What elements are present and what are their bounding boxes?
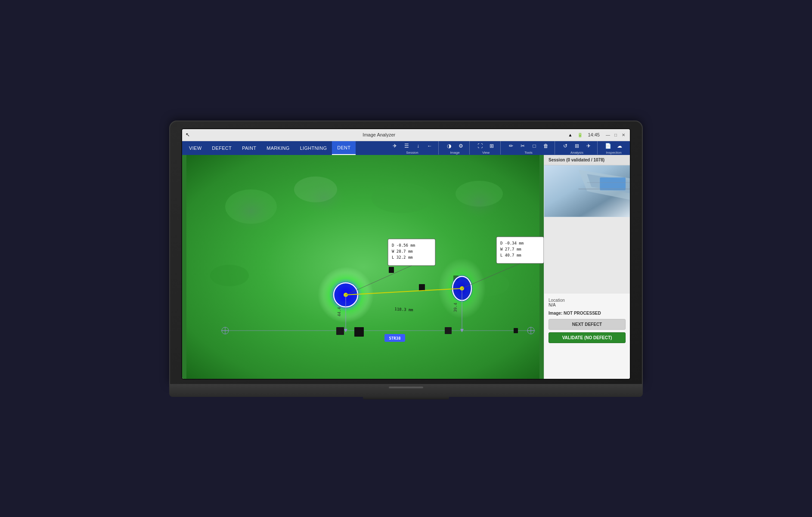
svg-point-7 <box>227 192 275 230</box>
info-section: Location N/A Image: NOT PROCESSED NEXT D… <box>544 294 630 379</box>
inspection-cloud-btn[interactable]: ☁ <box>614 141 625 151</box>
svg-point-3 <box>372 183 432 213</box>
session-list-btn[interactable]: ☰ <box>401 141 412 151</box>
laptop-base-notch <box>389 387 423 388</box>
svg-text:STR38: STR38 <box>389 336 400 341</box>
svg-point-5 <box>210 265 249 286</box>
tools-shape-btn[interactable]: □ <box>529 141 539 151</box>
svg-text:L  40.7 mm: L 40.7 mm <box>500 253 521 257</box>
time-display: 14:45 <box>588 132 600 137</box>
title-bar-right: ▲ 🔋 14:45 — □ ✕ <box>568 132 626 138</box>
svg-text:W  27.7 mm: W 27.7 mm <box>500 247 521 251</box>
tools-cut-btn[interactable]: ✂ <box>518 141 528 151</box>
location-row: Location N/A <box>549 298 626 307</box>
validate-button[interactable]: VALIDATE (NO DEFECT) <box>549 332 626 343</box>
view-group-label: View <box>482 151 490 155</box>
menu-paint[interactable]: PAINT <box>237 141 261 155</box>
analysis-grid-btn[interactable]: ⊞ <box>572 141 582 151</box>
svg-text:D  -0.56 mm: D -0.56 mm <box>392 243 415 248</box>
next-defect-button[interactable]: NEXT DEFECT <box>549 319 626 330</box>
svg-text:W  28.7 mm: W 28.7 mm <box>392 249 413 254</box>
menu-marking[interactable]: MARKING <box>261 141 294 155</box>
tools-pen-btn[interactable]: ✏ <box>506 141 516 151</box>
image-area[interactable]: STR38 <box>182 155 544 379</box>
location-label: Location <box>549 298 626 303</box>
thumbnail-area <box>544 165 630 217</box>
inspection-group-label: Inspection <box>606 151 621 155</box>
view-expand-btn[interactable]: ⛶ <box>475 141 485 151</box>
image-status-label: Image: <box>549 311 562 316</box>
maximize-button[interactable]: □ <box>613 132 619 138</box>
minimize-button[interactable]: — <box>605 132 611 138</box>
svg-point-8 <box>303 181 346 215</box>
screen-inner: ↖ Image Analyzer ▲ 🔋 14:45 — □ ✕ <box>181 128 631 380</box>
tools-group-label: Tools <box>524 151 533 155</box>
dent-image-svg: STR38 <box>182 155 544 379</box>
session-title: Session (0 validated / 1078) <box>544 155 630 165</box>
svg-rect-22 <box>419 284 425 291</box>
cursor-icon: ↖ <box>186 132 190 138</box>
svg-rect-20 <box>514 328 518 333</box>
session-back-btn[interactable]: ← <box>425 141 435 151</box>
menu-view[interactable]: VIEW <box>184 141 207 155</box>
analysis-fly-btn[interactable]: ✈ <box>583 141 594 151</box>
empty-panel-area <box>544 217 630 294</box>
analysis-group-label: Analysis <box>570 151 583 155</box>
close-button[interactable]: ✕ <box>620 132 626 138</box>
app-title: Image Analyzer <box>363 132 395 137</box>
title-bar: ↖ Image Analyzer ▲ 🔋 14:45 — □ ✕ <box>182 129 630 141</box>
menu-bar: VIEW DEFECT PAINT MARKING LIGHTNING DENT… <box>182 141 630 155</box>
main-content: STR38 <box>182 155 630 379</box>
side-panel: Session (0 validated / 1078) <box>544 155 630 379</box>
thumbnail-svg <box>544 165 630 217</box>
menu-defect[interactable]: DEFECT <box>207 141 237 155</box>
image-status-value: NOT PROCESSED <box>564 311 601 316</box>
svg-rect-18 <box>354 327 364 337</box>
inspection-doc-btn[interactable]: 📄 <box>603 141 613 151</box>
session-group-label: Session <box>406 151 418 155</box>
image-status-row: Image: NOT PROCESSED <box>549 311 626 316</box>
svg-rect-21 <box>389 267 394 273</box>
session-fly-btn[interactable]: ✈ <box>390 141 400 151</box>
title-bar-controls: — □ ✕ <box>605 132 626 138</box>
title-bar-left: ↖ <box>186 132 190 138</box>
tools-delete-btn[interactable]: 🗑 <box>541 141 551 151</box>
laptop-container: ↖ Image Analyzer ▲ 🔋 14:45 — □ ✕ <box>169 121 643 397</box>
svg-text:39.4: 39.4 <box>453 303 458 312</box>
location-value: N/A <box>549 303 626 307</box>
view-grid-btn[interactable]: ⊞ <box>487 141 497 151</box>
svg-text:44.4: 44.4 <box>337 307 341 316</box>
svg-point-9 <box>459 186 500 219</box>
wifi-icon: ▲ <box>568 133 573 137</box>
laptop-base <box>169 385 643 397</box>
app-window: ↖ Image Analyzer ▲ 🔋 14:45 — □ ✕ <box>182 129 630 379</box>
analysis-refresh-btn[interactable]: ↺ <box>560 141 570 151</box>
svg-text:L  32.2 mm: L 32.2 mm <box>392 255 413 260</box>
menu-lightning[interactable]: LIGHTNING <box>295 141 332 155</box>
session-download-btn[interactable]: ↓ <box>413 141 423 151</box>
svg-rect-19 <box>445 327 452 334</box>
menu-dent[interactable]: DENT <box>332 141 356 155</box>
svg-rect-53 <box>600 177 626 190</box>
image-contrast-btn[interactable]: ◑ <box>444 141 454 151</box>
battery-icon: 🔋 <box>577 133 583 137</box>
svg-text:D  -0.34 mm: D -0.34 mm <box>500 241 524 245</box>
screen-bezel: ↖ Image Analyzer ▲ 🔋 14:45 — □ ✕ <box>169 121 643 385</box>
image-group-label: Image <box>450 151 459 155</box>
image-settings-btn[interactable]: ⚙ <box>456 141 466 151</box>
svg-rect-17 <box>336 327 344 335</box>
